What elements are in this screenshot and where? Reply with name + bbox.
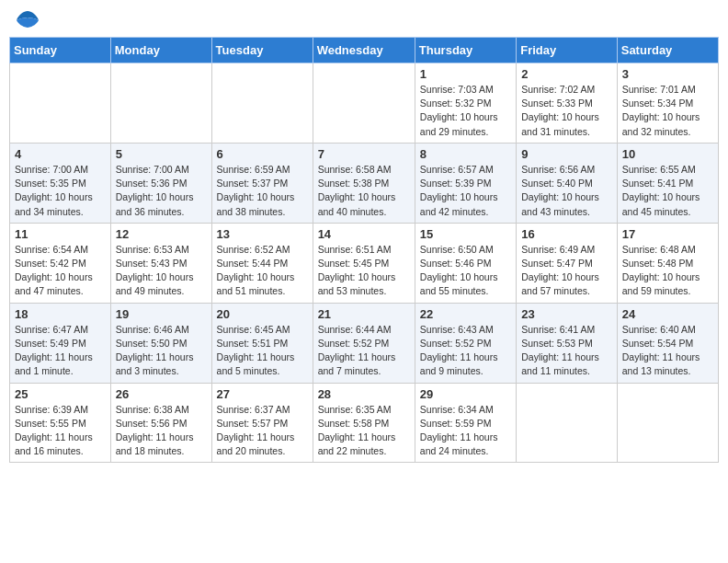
day-number: 2	[521, 67, 612, 81]
calendar: SundayMondayTuesdayWednesdayThursdayFrid…	[9, 37, 719, 463]
day-number: 23	[521, 307, 612, 321]
day-info: Sunrise: 6:51 AM Sunset: 5:45 PM Dayligh…	[318, 243, 410, 299]
day-info: Sunrise: 6:44 AM Sunset: 5:52 PM Dayligh…	[318, 323, 410, 379]
day-number: 13	[217, 227, 308, 241]
header	[9, 9, 719, 29]
day-number: 7	[318, 147, 410, 161]
calendar-header-row: SundayMondayTuesdayWednesdayThursdayFrid…	[10, 38, 719, 63]
calendar-cell: 5Sunrise: 7:00 AM Sunset: 5:36 PM Daylig…	[110, 143, 211, 223]
calendar-header-sunday: Sunday	[10, 38, 111, 63]
calendar-header-friday: Friday	[517, 38, 618, 63]
calendar-cell: 16Sunrise: 6:49 AM Sunset: 5:47 PM Dayli…	[517, 223, 618, 303]
calendar-cell: 14Sunrise: 6:51 AM Sunset: 5:45 PM Dayli…	[313, 223, 415, 303]
day-number: 25	[15, 387, 106, 401]
logo-bird-icon	[15, 9, 40, 29]
day-number: 15	[420, 227, 511, 241]
calendar-cell	[313, 63, 415, 144]
day-info: Sunrise: 6:54 AM Sunset: 5:42 PM Dayligh…	[15, 243, 106, 299]
calendar-cell: 12Sunrise: 6:53 AM Sunset: 5:43 PM Dayli…	[110, 223, 211, 303]
day-info: Sunrise: 6:50 AM Sunset: 5:46 PM Dayligh…	[420, 243, 511, 299]
calendar-cell	[211, 63, 313, 144]
calendar-cell: 11Sunrise: 6:54 AM Sunset: 5:42 PM Dayli…	[10, 223, 111, 303]
day-info: Sunrise: 6:40 AM Sunset: 5:54 PM Dayligh…	[622, 323, 713, 379]
logo	[13, 9, 40, 29]
day-number: 14	[318, 227, 410, 241]
day-number: 10	[622, 147, 713, 161]
calendar-week-5: 25Sunrise: 6:39 AM Sunset: 5:55 PM Dayli…	[10, 383, 719, 463]
day-number: 24	[622, 307, 713, 321]
calendar-cell: 4Sunrise: 7:00 AM Sunset: 5:35 PM Daylig…	[10, 143, 111, 223]
day-info: Sunrise: 6:56 AM Sunset: 5:40 PM Dayligh…	[521, 163, 612, 219]
calendar-cell: 1Sunrise: 7:03 AM Sunset: 5:32 PM Daylig…	[415, 63, 516, 144]
calendar-cell: 9Sunrise: 6:56 AM Sunset: 5:40 PM Daylig…	[517, 143, 618, 223]
day-info: Sunrise: 6:57 AM Sunset: 5:39 PM Dayligh…	[420, 163, 511, 219]
day-info: Sunrise: 6:45 AM Sunset: 5:51 PM Dayligh…	[217, 323, 308, 379]
calendar-cell: 10Sunrise: 6:55 AM Sunset: 5:41 PM Dayli…	[617, 143, 718, 223]
calendar-cell	[517, 383, 618, 463]
calendar-header-saturday: Saturday	[617, 38, 718, 63]
day-info: Sunrise: 7:01 AM Sunset: 5:34 PM Dayligh…	[622, 83, 713, 139]
day-info: Sunrise: 7:00 AM Sunset: 5:35 PM Dayligh…	[15, 163, 106, 219]
day-number: 16	[521, 227, 612, 241]
day-number: 29	[420, 387, 511, 401]
day-number: 4	[15, 147, 106, 161]
calendar-week-1: 1Sunrise: 7:03 AM Sunset: 5:32 PM Daylig…	[10, 63, 719, 144]
day-number: 3	[622, 67, 713, 81]
day-info: Sunrise: 6:47 AM Sunset: 5:49 PM Dayligh…	[15, 323, 106, 379]
calendar-cell: 19Sunrise: 6:46 AM Sunset: 5:50 PM Dayli…	[110, 303, 211, 383]
calendar-cell	[617, 383, 718, 463]
day-info: Sunrise: 6:58 AM Sunset: 5:38 PM Dayligh…	[318, 163, 410, 219]
day-info: Sunrise: 6:41 AM Sunset: 5:53 PM Dayligh…	[521, 323, 612, 379]
calendar-cell: 13Sunrise: 6:52 AM Sunset: 5:44 PM Dayli…	[211, 223, 313, 303]
calendar-week-3: 11Sunrise: 6:54 AM Sunset: 5:42 PM Dayli…	[10, 223, 719, 303]
calendar-cell: 23Sunrise: 6:41 AM Sunset: 5:53 PM Dayli…	[517, 303, 618, 383]
day-number: 11	[15, 227, 106, 241]
day-info: Sunrise: 7:00 AM Sunset: 5:36 PM Dayligh…	[116, 163, 207, 219]
calendar-cell: 22Sunrise: 6:43 AM Sunset: 5:52 PM Dayli…	[415, 303, 516, 383]
day-info: Sunrise: 7:02 AM Sunset: 5:33 PM Dayligh…	[521, 83, 612, 139]
day-number: 8	[420, 147, 511, 161]
calendar-cell: 18Sunrise: 6:47 AM Sunset: 5:49 PM Dayli…	[10, 303, 111, 383]
day-number: 20	[217, 307, 308, 321]
calendar-cell: 28Sunrise: 6:35 AM Sunset: 5:58 PM Dayli…	[313, 383, 415, 463]
calendar-cell: 27Sunrise: 6:37 AM Sunset: 5:57 PM Dayli…	[211, 383, 313, 463]
day-number: 9	[521, 147, 612, 161]
day-number: 28	[318, 387, 410, 401]
day-info: Sunrise: 6:46 AM Sunset: 5:50 PM Dayligh…	[116, 323, 207, 379]
day-info: Sunrise: 6:39 AM Sunset: 5:55 PM Dayligh…	[15, 403, 106, 459]
calendar-cell: 6Sunrise: 6:59 AM Sunset: 5:37 PM Daylig…	[211, 143, 313, 223]
calendar-header-wednesday: Wednesday	[313, 38, 415, 63]
calendar-cell: 2Sunrise: 7:02 AM Sunset: 5:33 PM Daylig…	[517, 63, 618, 144]
calendar-cell: 8Sunrise: 6:57 AM Sunset: 5:39 PM Daylig…	[415, 143, 516, 223]
day-info: Sunrise: 6:34 AM Sunset: 5:59 PM Dayligh…	[420, 403, 511, 459]
day-info: Sunrise: 6:53 AM Sunset: 5:43 PM Dayligh…	[116, 243, 207, 299]
calendar-cell: 29Sunrise: 6:34 AM Sunset: 5:59 PM Dayli…	[415, 383, 516, 463]
calendar-cell: 15Sunrise: 6:50 AM Sunset: 5:46 PM Dayli…	[415, 223, 516, 303]
day-info: Sunrise: 6:48 AM Sunset: 5:48 PM Dayligh…	[622, 243, 713, 299]
calendar-week-2: 4Sunrise: 7:00 AM Sunset: 5:35 PM Daylig…	[10, 143, 719, 223]
calendar-cell	[110, 63, 211, 144]
day-info: Sunrise: 6:35 AM Sunset: 5:58 PM Dayligh…	[318, 403, 410, 459]
calendar-cell	[10, 63, 111, 144]
day-info: Sunrise: 6:52 AM Sunset: 5:44 PM Dayligh…	[217, 243, 308, 299]
day-number: 12	[116, 227, 207, 241]
day-number: 18	[15, 307, 106, 321]
calendar-cell: 21Sunrise: 6:44 AM Sunset: 5:52 PM Dayli…	[313, 303, 415, 383]
day-info: Sunrise: 6:37 AM Sunset: 5:57 PM Dayligh…	[217, 403, 308, 459]
calendar-cell: 25Sunrise: 6:39 AM Sunset: 5:55 PM Dayli…	[10, 383, 111, 463]
day-number: 17	[622, 227, 713, 241]
day-number: 6	[217, 147, 308, 161]
day-info: Sunrise: 7:03 AM Sunset: 5:32 PM Dayligh…	[420, 83, 511, 139]
day-info: Sunrise: 6:49 AM Sunset: 5:47 PM Dayligh…	[521, 243, 612, 299]
day-number: 26	[116, 387, 207, 401]
calendar-header-thursday: Thursday	[415, 38, 516, 63]
day-number: 1	[420, 67, 511, 81]
calendar-header-tuesday: Tuesday	[211, 38, 313, 63]
day-number: 22	[420, 307, 511, 321]
day-info: Sunrise: 6:38 AM Sunset: 5:56 PM Dayligh…	[116, 403, 207, 459]
day-number: 19	[116, 307, 207, 321]
calendar-cell: 3Sunrise: 7:01 AM Sunset: 5:34 PM Daylig…	[617, 63, 718, 144]
day-number: 27	[217, 387, 308, 401]
calendar-header-monday: Monday	[110, 38, 211, 63]
calendar-cell: 26Sunrise: 6:38 AM Sunset: 5:56 PM Dayli…	[110, 383, 211, 463]
